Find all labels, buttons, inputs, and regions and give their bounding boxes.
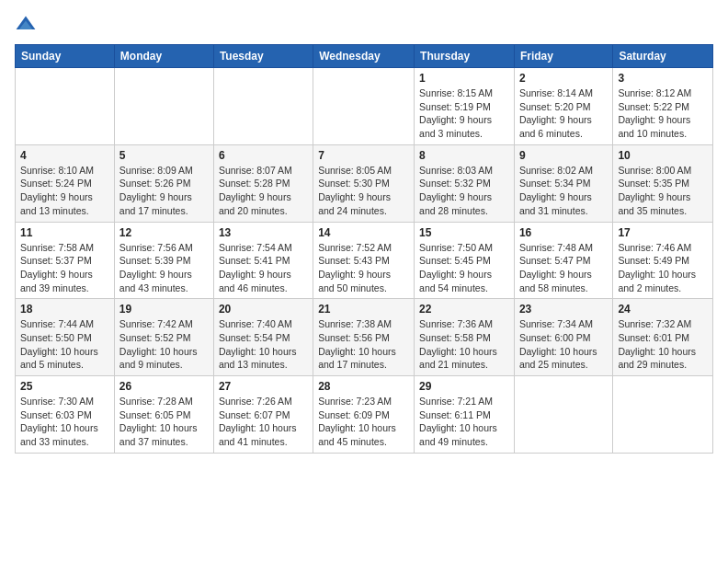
day-number: 11 (20, 226, 109, 239)
calendar-cell: 12Sunrise: 7:56 AM Sunset: 5:39 PM Dayli… (114, 222, 213, 299)
day-info: Sunrise: 7:21 AM Sunset: 6:11 PM Dayligh… (419, 395, 509, 449)
day-info: Sunrise: 7:42 AM Sunset: 5:52 PM Dayligh… (119, 317, 209, 372)
calendar-cell (213, 68, 313, 145)
calendar-cell: 26Sunrise: 7:28 AM Sunset: 6:05 PM Dayli… (114, 376, 213, 454)
calendar-cell: 11Sunrise: 7:58 AM Sunset: 5:37 PM Dayli… (16, 222, 115, 299)
logo (15, 15, 40, 37)
day-number: 17 (618, 226, 708, 239)
weekday-header-thursday: Thursday (415, 45, 515, 68)
day-number: 24 (618, 303, 708, 316)
day-info: Sunrise: 8:03 AM Sunset: 5:32 PM Dayligh… (419, 164, 509, 218)
calendar-cell: 15Sunrise: 7:50 AM Sunset: 5:45 PM Dayli… (415, 222, 515, 299)
day-number: 7 (318, 149, 409, 162)
calendar-cell: 3Sunrise: 8:12 AM Sunset: 5:22 PM Daylig… (613, 68, 713, 145)
calendar-cell: 22Sunrise: 7:36 AM Sunset: 5:58 PM Dayli… (415, 299, 515, 376)
calendar-cell: 2Sunrise: 8:14 AM Sunset: 5:20 PM Daylig… (514, 68, 612, 145)
day-number: 22 (419, 303, 509, 316)
day-number: 19 (119, 303, 209, 316)
day-info: Sunrise: 8:14 AM Sunset: 5:20 PM Dayligh… (519, 86, 608, 141)
calendar-cell (514, 376, 612, 454)
week-row-1: 1Sunrise: 8:15 AM Sunset: 5:19 PM Daylig… (16, 68, 713, 145)
day-info: Sunrise: 7:50 AM Sunset: 5:45 PM Dayligh… (419, 241, 509, 295)
calendar-cell: 6Sunrise: 8:07 AM Sunset: 5:28 PM Daylig… (213, 144, 313, 222)
weekday-header-friday: Friday (514, 45, 612, 68)
calendar-cell: 17Sunrise: 7:46 AM Sunset: 5:49 PM Dayli… (613, 222, 713, 299)
day-info: Sunrise: 8:15 AM Sunset: 5:19 PM Dayligh… (419, 86, 509, 141)
day-number: 1 (419, 72, 509, 85)
day-number: 6 (219, 149, 308, 162)
day-info: Sunrise: 8:09 AM Sunset: 5:26 PM Dayligh… (119, 164, 209, 218)
calendar-cell: 27Sunrise: 7:26 AM Sunset: 6:07 PM Dayli… (213, 376, 313, 454)
day-info: Sunrise: 7:32 AM Sunset: 6:01 PM Dayligh… (618, 317, 708, 372)
day-info: Sunrise: 7:38 AM Sunset: 5:56 PM Dayligh… (318, 317, 409, 372)
day-number: 12 (119, 226, 209, 239)
day-number: 18 (20, 303, 109, 316)
calendar-cell: 21Sunrise: 7:38 AM Sunset: 5:56 PM Dayli… (313, 299, 415, 376)
day-info: Sunrise: 7:40 AM Sunset: 5:54 PM Dayligh… (219, 317, 308, 372)
weekday-header-monday: Monday (114, 45, 213, 68)
calendar-cell: 16Sunrise: 7:48 AM Sunset: 5:47 PM Dayli… (514, 222, 612, 299)
weekday-header-tuesday: Tuesday (213, 45, 313, 68)
day-info: Sunrise: 7:52 AM Sunset: 5:43 PM Dayligh… (318, 241, 409, 295)
day-info: Sunrise: 7:54 AM Sunset: 5:41 PM Dayligh… (219, 241, 308, 295)
day-info: Sunrise: 7:28 AM Sunset: 6:05 PM Dayligh… (119, 395, 209, 449)
day-info: Sunrise: 8:10 AM Sunset: 5:24 PM Dayligh… (20, 164, 109, 218)
week-row-5: 25Sunrise: 7:30 AM Sunset: 6:03 PM Dayli… (16, 376, 713, 454)
weekday-header-row: SundayMondayTuesdayWednesdayThursdayFrid… (16, 45, 713, 68)
calendar-cell: 20Sunrise: 7:40 AM Sunset: 5:54 PM Dayli… (213, 299, 313, 376)
page-header (15, 15, 713, 37)
calendar-table: SundayMondayTuesdayWednesdayThursdayFrid… (15, 44, 713, 454)
week-row-4: 18Sunrise: 7:44 AM Sunset: 5:50 PM Dayli… (16, 299, 713, 376)
day-number: 20 (219, 303, 308, 316)
calendar-cell: 8Sunrise: 8:03 AM Sunset: 5:32 PM Daylig… (415, 144, 515, 222)
calendar-cell (16, 68, 115, 145)
day-number: 5 (119, 149, 209, 162)
day-info: Sunrise: 8:05 AM Sunset: 5:30 PM Dayligh… (318, 164, 409, 218)
calendar-cell: 28Sunrise: 7:23 AM Sunset: 6:09 PM Dayli… (313, 376, 415, 454)
day-number: 9 (519, 149, 608, 162)
day-info: Sunrise: 8:07 AM Sunset: 5:28 PM Dayligh… (219, 164, 308, 218)
day-number: 25 (20, 380, 109, 393)
day-info: Sunrise: 7:44 AM Sunset: 5:50 PM Dayligh… (20, 317, 109, 372)
calendar-cell: 10Sunrise: 8:00 AM Sunset: 5:35 PM Dayli… (613, 144, 713, 222)
day-info: Sunrise: 7:26 AM Sunset: 6:07 PM Dayligh… (219, 395, 308, 449)
day-number: 2 (519, 72, 608, 85)
day-number: 13 (219, 226, 308, 239)
weekday-header-wednesday: Wednesday (313, 45, 415, 68)
logo-icon (15, 15, 37, 37)
day-info: Sunrise: 7:48 AM Sunset: 5:47 PM Dayligh… (519, 241, 608, 295)
day-info: Sunrise: 7:36 AM Sunset: 5:58 PM Dayligh… (419, 317, 509, 372)
calendar-cell: 13Sunrise: 7:54 AM Sunset: 5:41 PM Dayli… (213, 222, 313, 299)
day-number: 26 (119, 380, 209, 393)
day-info: Sunrise: 7:56 AM Sunset: 5:39 PM Dayligh… (119, 241, 209, 295)
calendar-cell: 5Sunrise: 8:09 AM Sunset: 5:26 PM Daylig… (114, 144, 213, 222)
day-info: Sunrise: 7:30 AM Sunset: 6:03 PM Dayligh… (20, 395, 109, 449)
calendar-cell: 19Sunrise: 7:42 AM Sunset: 5:52 PM Dayli… (114, 299, 213, 376)
calendar-cell: 14Sunrise: 7:52 AM Sunset: 5:43 PM Dayli… (313, 222, 415, 299)
day-info: Sunrise: 8:12 AM Sunset: 5:22 PM Dayligh… (618, 86, 708, 141)
week-row-2: 4Sunrise: 8:10 AM Sunset: 5:24 PM Daylig… (16, 144, 713, 222)
day-number: 4 (20, 149, 109, 162)
day-number: 23 (519, 303, 608, 316)
calendar-cell: 24Sunrise: 7:32 AM Sunset: 6:01 PM Dayli… (613, 299, 713, 376)
day-number: 10 (618, 149, 708, 162)
calendar-cell: 9Sunrise: 8:02 AM Sunset: 5:34 PM Daylig… (514, 144, 612, 222)
day-number: 3 (618, 72, 708, 85)
day-number: 15 (419, 226, 509, 239)
day-number: 14 (318, 226, 409, 239)
calendar-cell: 18Sunrise: 7:44 AM Sunset: 5:50 PM Dayli… (16, 299, 115, 376)
calendar-cell (114, 68, 213, 145)
calendar-cell: 25Sunrise: 7:30 AM Sunset: 6:03 PM Dayli… (16, 376, 115, 454)
day-info: Sunrise: 7:58 AM Sunset: 5:37 PM Dayligh… (20, 241, 109, 295)
day-info: Sunrise: 7:34 AM Sunset: 6:00 PM Dayligh… (519, 317, 608, 372)
calendar-cell: 23Sunrise: 7:34 AM Sunset: 6:00 PM Dayli… (514, 299, 612, 376)
calendar-cell (613, 376, 713, 454)
day-info: Sunrise: 8:00 AM Sunset: 5:35 PM Dayligh… (618, 164, 708, 218)
calendar-cell (313, 68, 415, 145)
calendar-cell: 4Sunrise: 8:10 AM Sunset: 5:24 PM Daylig… (16, 144, 115, 222)
calendar-cell: 29Sunrise: 7:21 AM Sunset: 6:11 PM Dayli… (415, 376, 515, 454)
day-number: 16 (519, 226, 608, 239)
day-number: 21 (318, 303, 409, 316)
day-info: Sunrise: 8:02 AM Sunset: 5:34 PM Dayligh… (519, 164, 608, 218)
day-info: Sunrise: 7:46 AM Sunset: 5:49 PM Dayligh… (618, 241, 708, 295)
